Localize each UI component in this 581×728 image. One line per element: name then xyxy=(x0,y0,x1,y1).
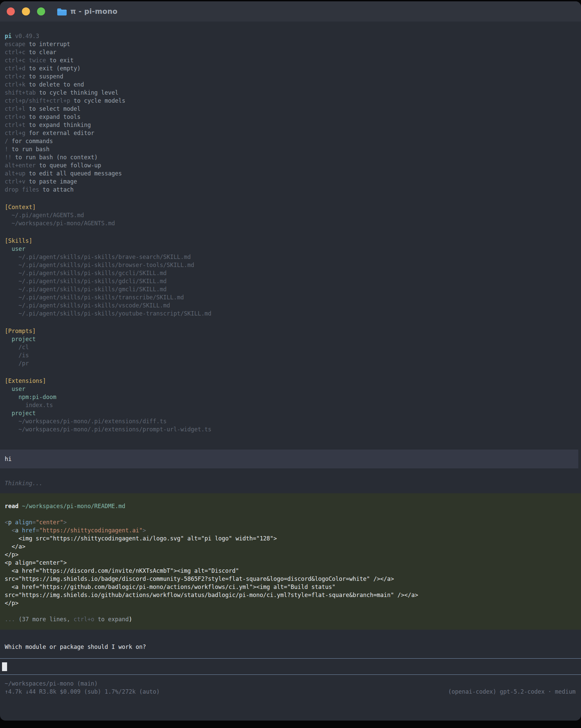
section-row: index.ts xyxy=(0,401,581,409)
shortcut-desc: to cycle thinking level xyxy=(36,89,118,96)
code-segment: < xyxy=(5,519,8,526)
code-segment: "center" xyxy=(36,519,63,526)
close-button[interactable] xyxy=(7,7,15,16)
section-row: ~/workspaces/pi-mono/.pi/extensions/diff… xyxy=(0,417,581,425)
section-row-text: ~/workspaces/pi-mono/.pi/extensions/prom… xyxy=(19,426,211,433)
minimize-button[interactable] xyxy=(22,7,30,16)
thinking-indicator: Thinking... xyxy=(0,479,581,487)
code-segment: > xyxy=(142,527,146,534)
shortcut-desc: for commands xyxy=(8,138,53,145)
shortcut-key: ctrl+v xyxy=(5,178,25,185)
section-row-text: ~/.pi/agent/skills/pi-skills/gdcli/SKILL… xyxy=(19,278,167,285)
shortcut-row: ! to run bash xyxy=(0,145,581,153)
window-title: π - pi-mono xyxy=(70,7,117,16)
tool-output-code: <p align="center"> <a href="https://shit… xyxy=(0,518,581,623)
section-row-text: ~/.pi/agent/skills/pi-skills/vscode/SKIL… xyxy=(19,302,170,309)
section-row: ~/.pi/agent/skills/pi-skills/gccli/SKILL… xyxy=(0,269,581,277)
prompt-input[interactable] xyxy=(0,658,581,675)
shortcut-row: ctrl+l to select model xyxy=(0,105,581,113)
shortcut-desc: to edit all queued messages xyxy=(25,170,122,177)
traffic-lights xyxy=(7,7,45,16)
status-model: (openai-codex) gpt-5.2-codex · medium xyxy=(448,687,576,696)
shortcut-key: ! xyxy=(5,146,8,153)
shortcut-desc: to queue follow-up xyxy=(36,162,101,169)
code-segment: href xyxy=(22,527,36,534)
code-line: <a href="https://discord.com/invite/nKXT… xyxy=(0,567,581,575)
shortcut-desc: to select model xyxy=(25,105,80,112)
code-line: <a href="https://github.com/badlogic/pi-… xyxy=(0,583,581,591)
code-segment: "https://shittycodingagent.ai" xyxy=(39,527,142,534)
section-row-text: user xyxy=(11,245,25,252)
shortcut-row: ctrl+p/shift+ctrl+p to cycle models xyxy=(0,97,581,105)
app-version: v0.49.3 xyxy=(15,33,39,40)
shortcut-row: ctrl+v to paste image xyxy=(0,178,581,185)
section-row: ~/.pi/agent/skills/pi-skills/gmcli/SKILL… xyxy=(0,285,581,293)
section-header-skills: [Skills] xyxy=(0,237,581,245)
shortcut-row: ctrl+g for external editor xyxy=(0,129,581,137)
shortcut-desc: to cycle models xyxy=(70,97,125,104)
shortcut-row: ctrl+k to delete to end xyxy=(0,80,581,88)
shortcut-row: ctrl+c to clear xyxy=(0,48,581,56)
section-row: user xyxy=(0,245,581,253)
shortcut-desc: to run bash (no context) xyxy=(11,154,98,161)
shortcut-row: shift+tab to cycle thinking level xyxy=(0,88,581,97)
shortcut-key: alt+up xyxy=(5,170,25,177)
shortcut-key: ctrl+t xyxy=(5,122,25,128)
shortcut-key: alt+enter xyxy=(5,162,36,169)
section-row: ~/.pi/agent/skills/pi-skills/brave-searc… xyxy=(0,253,581,261)
shortcut-row: ctrl+t to expand thinking xyxy=(0,121,581,129)
zoom-button[interactable] xyxy=(37,7,45,16)
tool-name: read xyxy=(5,503,19,510)
shortcut-key: ctrl+c twice xyxy=(5,57,46,63)
status-token-stats: ↑4.7k ↓44 R3.8k $0.009 (sub) 1.7%/272k (… xyxy=(5,687,160,696)
shortcut-key: ctrl+d xyxy=(5,65,25,72)
shortcut-desc: to clear xyxy=(25,49,56,56)
section-row-text: index.ts xyxy=(25,402,53,409)
section-row: npm:pi-doom xyxy=(0,393,581,401)
shortcut-row: !! to run bash (no context) xyxy=(0,153,581,161)
section-row-text: project xyxy=(11,410,36,417)
code-segment: = xyxy=(32,519,36,526)
text-cursor xyxy=(2,662,7,671)
section-row: ~/workspaces/pi-mono/.pi/extensions/prom… xyxy=(0,425,581,433)
section-row: /is xyxy=(0,351,581,359)
code-line: <img src="https://shittycodingagent.ai/l… xyxy=(0,535,581,543)
section-header-prompts: [Prompts] xyxy=(0,327,581,335)
titlebar: π - pi-mono xyxy=(0,1,581,22)
code-line: <p align="center"> xyxy=(0,518,581,526)
shortcut-desc: to interrupt xyxy=(25,41,70,48)
section-row-text: ~/workspaces/pi-mono/.pi/extensions/diff… xyxy=(19,418,167,425)
code-segment: < xyxy=(11,527,15,534)
shortcut-list: escape to interruptctrl+c to clearctrl+c… xyxy=(0,40,581,193)
section-row-text: ~/.pi/agent/skills/pi-skills/transcribe/… xyxy=(19,294,184,301)
terminal-content: pi v0.49.3 escape to interruptctrl+c to … xyxy=(0,22,581,696)
shortcut-desc: to expand thinking xyxy=(25,122,90,128)
info-sections: [Context]~/.pi/agent/AGENTS.md~/workspac… xyxy=(0,193,581,433)
code-line: src="https://img.shields.io/badge/discor… xyxy=(0,575,581,583)
shortcut-desc: to exit xyxy=(46,57,74,63)
code-segment xyxy=(12,519,15,526)
code-segment: src="https://img.shields.io/badge/discor… xyxy=(5,575,394,582)
code-segment: <a href="https://github.com/badlogic/pi-… xyxy=(5,583,336,590)
section-row-text: ~/.pi/agent/skills/pi-skills/browser-too… xyxy=(19,262,194,268)
section-header-label: [Skills] xyxy=(5,237,32,244)
section-row: ~/.pi/agent/AGENTS.md xyxy=(0,211,581,219)
shortcut-key: drop files xyxy=(5,186,39,193)
shortcut-row: drop files to attach xyxy=(0,185,581,193)
section-row: project xyxy=(0,409,581,417)
section-row: ~/.pi/agent/skills/pi-skills/gdcli/SKILL… xyxy=(0,277,581,285)
section-header-label: [Context] xyxy=(5,204,36,210)
shortcut-row: alt+enter to queue follow-up xyxy=(0,161,581,170)
shortcut-key: ctrl+l xyxy=(5,105,25,112)
code-segment: p xyxy=(8,519,11,526)
status-row: ↑4.7k ↓44 R3.8k $0.009 (sub) 1.7%/272k (… xyxy=(0,687,581,696)
code-segment: <a href="https://discord.com/invite/nKXT… xyxy=(5,567,239,574)
code-line xyxy=(0,607,581,615)
code-segment: to expand xyxy=(94,616,129,623)
window-title-group: π - pi-mono xyxy=(57,7,117,16)
folder-icon xyxy=(57,7,67,16)
code-segment: > xyxy=(63,519,67,526)
section-row: ~/.pi/agent/skills/pi-skills/browser-too… xyxy=(0,261,581,269)
section-row-text: user xyxy=(11,386,25,392)
status-cwd: ~/workspaces/pi-mono (main) xyxy=(0,679,581,687)
